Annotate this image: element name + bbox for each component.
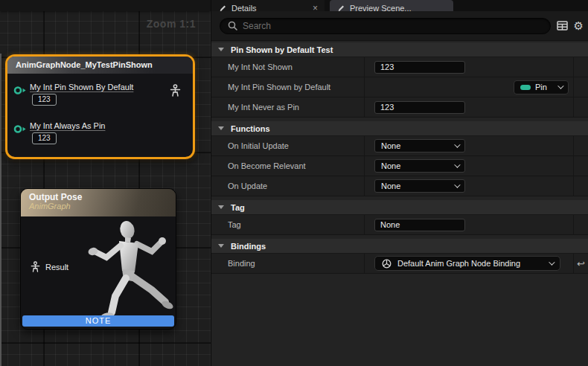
section-header[interactable]: Pin Shown by Default Test xyxy=(211,42,588,57)
chevron-down-icon xyxy=(454,182,460,187)
section-tag: Tag Tag xyxy=(211,200,588,235)
note-badge[interactable]: NOTE xyxy=(22,315,174,327)
collapse-triangle-icon xyxy=(218,205,224,209)
output-node-title: Output Pose xyxy=(29,192,176,202)
pin-label: My Int Pin Shown By Default xyxy=(30,83,133,92)
section-header[interactable]: Bindings xyxy=(211,239,588,254)
unreal-editor-window: Zoom 1:1 AnimGraphNode_MyTestPinShown My… xyxy=(0,0,588,366)
output-pose-node[interactable]: Output Pose AnimGraph xyxy=(20,188,176,330)
property-list: Pin Shown by Default Test My Int Not Sho… xyxy=(211,41,588,366)
display-filter-icon[interactable] xyxy=(557,21,568,30)
reset-to-default-icon[interactable]: ↩ xyxy=(577,258,585,269)
running-mannequin-figure xyxy=(83,219,174,321)
my-int-not-shown-input[interactable] xyxy=(374,61,465,74)
tab-label: Details xyxy=(231,4,257,11)
chevron-down-icon xyxy=(549,259,555,265)
section-bindings: Bindings Binding Default Anim Graph Node… xyxy=(211,239,588,274)
tab-bar: Details × Preview Scene... xyxy=(211,0,588,11)
result-pin[interactable]: Result xyxy=(31,261,68,273)
chevron-down-icon xyxy=(557,83,563,89)
search-icon xyxy=(228,21,237,30)
binding-dropdown[interactable]: Default Anim Graph Node Binding xyxy=(374,256,560,271)
int-pin-icon[interactable] xyxy=(13,86,27,95)
property-row-tag: Tag xyxy=(211,215,588,235)
property-row-my-int-pin-shown-by-default: My Int Pin Shown by Default Pin xyxy=(211,77,588,97)
anim-graph-canvas[interactable]: Zoom 1:1 AnimGraphNode_MyTestPinShown My… xyxy=(0,0,211,366)
close-icon[interactable]: × xyxy=(313,4,318,11)
search-input[interactable] xyxy=(243,21,543,31)
pin-value-box[interactable]: 123 xyxy=(32,94,57,106)
chevron-down-icon xyxy=(454,141,460,147)
search-toolbar: ⚙ xyxy=(211,11,588,41)
pin-mode-dropdown[interactable]: Pin xyxy=(514,80,569,94)
result-pin-label: Result xyxy=(45,263,68,272)
property-row-binding: Binding Default Anim Graph Node Binding xyxy=(211,254,588,274)
tab-label: Preview Scene... xyxy=(350,4,412,11)
property-row-on-update: On Update None xyxy=(211,176,588,196)
node-pin-row: My Int Pin Shown By Default 123 xyxy=(13,83,188,106)
zoom-level-label: Zoom 1:1 xyxy=(147,18,196,30)
my-int-never-as-pin-input[interactable] xyxy=(374,101,465,114)
section-header[interactable]: Functions xyxy=(211,121,588,136)
node-pin-row: My Int Always As Pin 123 xyxy=(13,121,188,144)
pin-label: My Int Always As Pin xyxy=(30,121,105,130)
on-update-dropdown[interactable]: None xyxy=(374,179,465,193)
property-row-my-int-not-shown: My Int Not Shown xyxy=(211,57,588,77)
output-node-title-bar[interactable]: Output Pose AnimGraph xyxy=(21,189,176,216)
pin-chip-icon xyxy=(520,85,531,90)
chevron-down-icon xyxy=(454,161,460,167)
node-title-bar[interactable]: AnimGraphNode_MyTestPinShown xyxy=(7,57,193,74)
section-pin-shown-by-default-test: Pin Shown by Default Test My Int Not Sho… xyxy=(211,42,588,118)
node-title: AnimGraphNode_MyTestPinShown xyxy=(16,60,153,69)
details-panel: Details × Preview Scene... xyxy=(211,0,588,366)
collapse-triangle-icon xyxy=(218,48,224,51)
property-row-on-initial-update: On Initial Update None xyxy=(211,136,588,156)
details-tab-icon xyxy=(218,4,227,11)
panel-edge-divider xyxy=(0,54,1,366)
pin-value-box[interactable]: 123 xyxy=(32,132,57,144)
tag-input[interactable] xyxy=(374,219,465,231)
anim-graph-node-selected[interactable]: AnimGraphNode_MyTestPinShown My Int Pin … xyxy=(5,54,195,159)
preview-scene-tab-icon xyxy=(336,4,345,11)
int-pin-icon[interactable] xyxy=(13,124,27,134)
output-node-subtitle: AnimGraph xyxy=(29,202,176,211)
collapse-triangle-icon xyxy=(218,244,224,248)
pose-result-icon xyxy=(31,261,40,273)
graph-top-shadow xyxy=(0,0,211,11)
collapse-triangle-icon xyxy=(218,126,224,130)
search-box[interactable] xyxy=(220,18,551,34)
section-header[interactable]: Tag xyxy=(211,200,588,215)
binding-class-icon xyxy=(382,259,392,269)
tab-preview-scene[interactable]: Preview Scene... xyxy=(330,0,453,11)
property-row-on-become-relevant: On Become Relevant None xyxy=(211,156,588,176)
pose-watch-icon[interactable] xyxy=(170,84,181,97)
tab-details[interactable]: Details × xyxy=(211,0,325,11)
property-row-my-int-never-as-pin: My Int Never as Pin xyxy=(211,97,588,118)
on-initial-update-dropdown[interactable]: None xyxy=(374,139,465,152)
section-functions: Functions On Initial Update None On Beco… xyxy=(211,121,588,196)
settings-gear-icon[interactable]: ⚙ xyxy=(574,20,584,31)
on-become-relevant-dropdown[interactable]: None xyxy=(374,159,465,173)
